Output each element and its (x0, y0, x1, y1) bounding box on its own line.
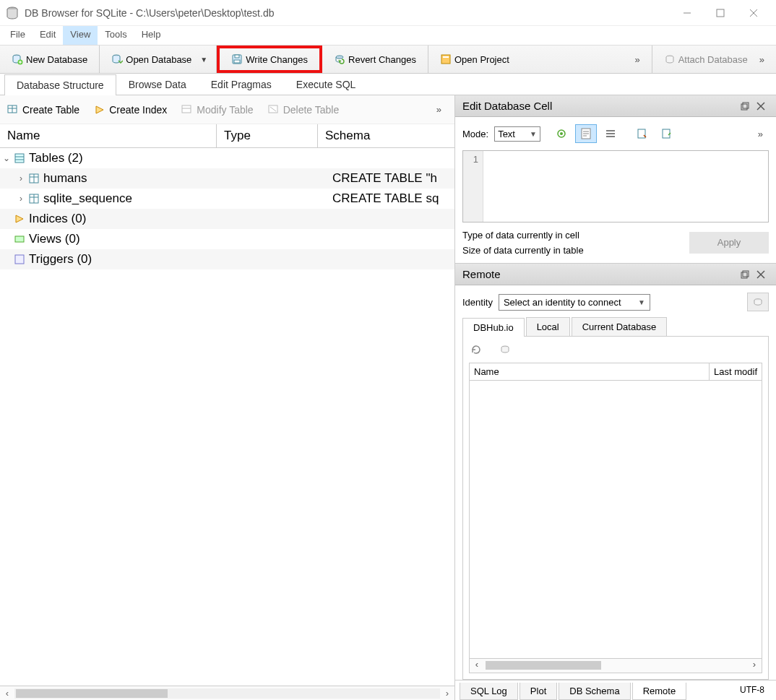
tree-row-sqlite-sequence[interactable]: › sqlite_sequence CREATE TABLE sq (0, 189, 454, 209)
open-database-dropdown[interactable]: ▼ (197, 56, 210, 64)
open-project-button[interactable]: Open Project (434, 51, 515, 68)
identity-refresh-button[interactable] (747, 293, 769, 311)
remote-col-name[interactable]: Name (470, 363, 710, 380)
editor-textarea[interactable] (483, 151, 768, 222)
tab-database-structure[interactable]: Database Structure (4, 74, 116, 95)
view-group-icon (13, 233, 26, 246)
remote-tab-current[interactable]: Current Database (572, 317, 668, 336)
delete-table-button[interactable]: Delete Table (268, 104, 340, 116)
svg-point-40 (560, 132, 563, 135)
main-toolbar: New Database Open Database ▼ Write Chang… (0, 45, 776, 74)
scroll-thumb[interactable] (16, 689, 168, 698)
remote-list-body[interactable] (470, 381, 762, 658)
schema-tree[interactable]: ⌄ Tables (2) › humans CREATE TABLE "h › … (0, 148, 454, 686)
cell-editor[interactable]: 1 (462, 150, 769, 222)
edit-cell-title: Edit Database Cell (462, 100, 552, 112)
tree-row-triggers[interactable]: Triggers (0) (0, 249, 454, 269)
new-database-button[interactable]: New Database (6, 51, 93, 68)
remote-tab-local[interactable]: Local (526, 317, 570, 336)
tree-row-indices[interactable]: Indices (0) (0, 209, 454, 229)
svg-rect-35 (741, 104, 747, 110)
table-icon (27, 192, 40, 205)
chevron-right-icon[interactable]: › (14, 194, 27, 204)
svg-rect-14 (441, 55, 450, 64)
tree-horizontal-scrollbar[interactable]: ‹ › (0, 686, 454, 700)
chevron-right-icon[interactable]: › (14, 173, 27, 183)
btab-sql-log[interactable]: SQL Log (460, 683, 518, 700)
menu-tools[interactable]: Tools (98, 26, 134, 45)
remote-horizontal-scrollbar[interactable]: ‹ › (470, 658, 762, 673)
menu-file[interactable]: File (3, 26, 33, 45)
tree-row-tables[interactable]: ⌄ Tables (2) (0, 148, 454, 168)
scroll-left-arrow[interactable]: ‹ (0, 688, 14, 699)
panel-close-button[interactable] (753, 98, 769, 114)
remote-col-lastmod[interactable]: Last modif (710, 363, 762, 380)
tree-row-views[interactable]: Views (0) (0, 229, 454, 249)
create-table-button[interactable]: Create Table (7, 104, 79, 116)
column-name[interactable]: Name (0, 124, 217, 147)
index-group-icon (13, 212, 26, 225)
tab-edit-pragmas[interactable]: Edit Pragmas (199, 74, 284, 95)
list-view-button[interactable] (600, 124, 621, 143)
mode-select[interactable]: Text ▼ (494, 126, 540, 142)
tab-execute-sql[interactable]: Execute SQL (284, 74, 368, 95)
panel-undock-button[interactable] (737, 267, 753, 282)
structure-pane: Create Table Create Index Modify Table D… (0, 95, 455, 700)
svg-rect-50 (741, 272, 747, 278)
identity-label: Identity (462, 297, 493, 308)
btab-plot[interactable]: Plot (520, 683, 557, 700)
column-schema[interactable]: Schema (318, 124, 454, 147)
chevron-down-icon[interactable]: ⌄ (0, 153, 13, 163)
svg-rect-2 (717, 9, 724, 17)
menu-help[interactable]: Help (134, 26, 168, 45)
structure-toolbar-overflow[interactable]: » (431, 104, 447, 115)
panel-undock-button[interactable] (737, 98, 753, 114)
scroll-left-arrow[interactable]: ‹ (470, 659, 484, 673)
revert-changes-button[interactable]: Revert Changes (328, 51, 422, 68)
svg-rect-48 (638, 129, 645, 138)
panel-close-button[interactable] (753, 267, 769, 282)
svg-rect-36 (743, 103, 749, 108)
window-title: DB Browser for SQLite - C:\Users\peter\D… (25, 7, 671, 19)
toolbar-overflow-1[interactable]: » (629, 54, 645, 65)
write-changes-button[interactable]: Write Changes (225, 51, 314, 68)
import-button[interactable] (656, 124, 678, 143)
create-index-button[interactable]: Create Index (94, 104, 167, 116)
index-add-icon (94, 104, 105, 116)
scroll-thumb[interactable] (486, 661, 601, 670)
maximize-button[interactable] (704, 2, 737, 24)
column-type[interactable]: Type (217, 124, 318, 147)
editcell-overflow[interactable]: » (752, 129, 769, 139)
attach-database-button[interactable]: Attach Database (658, 51, 754, 68)
refresh-icon[interactable] (469, 342, 483, 357)
btab-db-schema[interactable]: DB Schema (559, 683, 630, 700)
menu-edit[interactable]: Edit (33, 26, 63, 45)
identity-select[interactable]: Select an identity to connect ▼ (499, 294, 650, 311)
svg-point-13 (336, 56, 343, 59)
chevron-down-icon: ▼ (638, 298, 645, 306)
remote-body: Identity Select an identity to connect ▼… (455, 285, 776, 680)
database-open-icon (111, 53, 123, 65)
close-button[interactable] (737, 2, 770, 24)
edit-cell-panel-header: Edit Database Cell (455, 95, 776, 117)
menu-view[interactable]: View (63, 26, 98, 45)
toolbar-overflow-2[interactable]: » (754, 54, 770, 65)
push-db-icon[interactable] (498, 342, 512, 357)
text-view-button[interactable] (575, 124, 597, 143)
modify-table-button[interactable]: Modify Table (181, 104, 253, 116)
scroll-right-arrow[interactable]: › (440, 688, 454, 699)
tree-row-humans[interactable]: › humans CREATE TABLE "h (0, 168, 454, 189)
tab-browse-data[interactable]: Browse Data (116, 74, 199, 95)
format-button[interactable] (551, 124, 572, 143)
btab-remote[interactable]: Remote (632, 683, 687, 700)
encoding-label: UTF-8 (740, 685, 764, 695)
apply-button[interactable]: Apply (689, 232, 769, 254)
remote-tab-dbhub[interactable]: DBHub.io (462, 318, 525, 337)
open-database-button[interactable]: Open Database (105, 51, 197, 68)
scroll-right-arrow[interactable]: › (747, 659, 762, 673)
titlebar: DB Browser for SQLite - C:\Users\peter\D… (0, 0, 776, 26)
export-button[interactable] (631, 124, 653, 143)
svg-rect-33 (15, 236, 24, 242)
minimize-button[interactable] (671, 2, 704, 24)
database-add-icon (12, 53, 23, 65)
